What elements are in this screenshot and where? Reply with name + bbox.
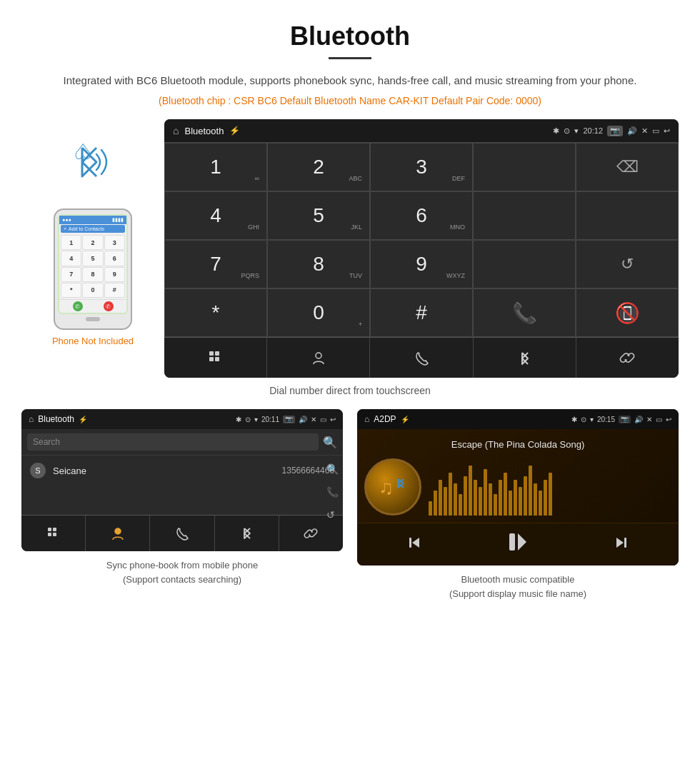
phone-contact-row: + Add to Contacts: [61, 225, 125, 233]
pb-back-icon[interactable]: ↩: [330, 416, 336, 423]
ms-prev-button[interactable]: [406, 534, 423, 556]
pb-win-icon[interactable]: ▭: [320, 416, 326, 423]
phone-key-star[interactable]: *: [61, 283, 81, 298]
back-icon[interactable]: ↩: [664, 126, 670, 136]
visualizer-bar: [484, 469, 487, 516]
dial-backspace-button[interactable]: ⌫: [576, 143, 679, 191]
pb-home-icon[interactable]: ⌂: [29, 414, 34, 424]
phone-end-button[interactable]: ✆: [104, 301, 114, 311]
ms-next-button[interactable]: [613, 534, 630, 556]
dial-key-8[interactable]: 8 TUV: [267, 240, 370, 288]
volume-icon[interactable]: 🔊: [627, 126, 637, 136]
ms-usb-icon: ⚡: [401, 416, 409, 423]
phone-key-5[interactable]: 5: [82, 251, 103, 266]
svg-point-4: [316, 353, 321, 358]
pb-time: 20:11: [261, 416, 279, 423]
pb-toolbar-phone[interactable]: [150, 516, 214, 551]
toolbar-link-button[interactable]: [576, 338, 679, 378]
ms-win-icon[interactable]: ▭: [656, 416, 662, 423]
visualizer-bar: [489, 483, 492, 516]
dial-call-button[interactable]: 📞: [473, 288, 576, 337]
visualizer-bar: [504, 473, 507, 516]
music-screen: ⌂ A2DP ⚡ ✱ ⊙ ▾ 20:15 📷 🔊 ✕ ▭ ↩ E: [357, 409, 679, 566]
pb-search-icon[interactable]: 🔍: [323, 436, 337, 449]
ms-home-icon[interactable]: ⌂: [364, 414, 369, 424]
visualizer-bar: [514, 480, 517, 516]
music-caption: Bluetooth music compatible (Support disp…: [357, 573, 679, 600]
ms-back-icon[interactable]: ↩: [666, 416, 671, 423]
window-icon[interactable]: ▭: [652, 126, 659, 136]
visualizer-bar: [494, 494, 497, 516]
phone-call-button[interactable]: ✆: [73, 301, 83, 311]
pb-usb-icon: ⚡: [79, 416, 87, 423]
phone-key-2[interactable]: 2: [82, 235, 103, 250]
svg-rect-1: [215, 351, 219, 356]
pb-search-box[interactable]: Search: [27, 433, 319, 451]
dial-key-5[interactable]: 5 JKL: [267, 191, 370, 240]
phone-status-right: ▮▮▮▮: [112, 217, 124, 223]
dial-key-3[interactable]: 3 DEF: [370, 143, 473, 191]
dial-key-2[interactable]: 2 ABC: [267, 143, 370, 191]
ms-album-art: ♫: [364, 458, 421, 516]
phone-key-8[interactable]: 8: [82, 267, 103, 282]
toolbar-contacts-button[interactable]: [267, 338, 370, 378]
visualizer-bar: [499, 480, 502, 516]
ms-vol-icon[interactable]: 🔊: [634, 416, 643, 423]
pb-toolbar: [21, 515, 343, 551]
toolbar-bluetooth-button[interactable]: [474, 338, 576, 378]
pb-vol-icon[interactable]: 🔊: [299, 416, 307, 423]
pb-cam-icon[interactable]: 📷: [283, 416, 295, 423]
svg-marker-14: [518, 533, 526, 551]
svg-rect-7: [48, 533, 51, 536]
pb-side-refresh-icon[interactable]: ↺: [326, 509, 339, 521]
phone-home-button[interactable]: [86, 317, 100, 321]
dial-refresh-button[interactable]: ↺: [576, 240, 679, 288]
camera-icon[interactable]: 📷: [607, 126, 623, 136]
toolbar-apps-button[interactable]: [164, 338, 267, 378]
toolbar-phone-button[interactable]: [370, 338, 473, 378]
dial-key-star[interactable]: *: [164, 288, 267, 337]
pb-toolbar-link[interactable]: [279, 516, 343, 551]
main-content-area: ♤ ●●● ▮▮▮▮: [0, 119, 700, 378]
pb-x-icon[interactable]: ✕: [311, 416, 316, 423]
dial-key-1[interactable]: 1 ∞: [164, 143, 267, 191]
phone-key-hash[interactable]: #: [104, 283, 125, 298]
pb-side-search-icon[interactable]: 🔍: [326, 463, 339, 475]
phone-key-4[interactable]: 4: [61, 251, 81, 266]
dial-key-7[interactable]: 7 PQRS: [164, 240, 267, 288]
dial-key-9[interactable]: 9 WXYZ: [370, 240, 473, 288]
phone-illustration-area: ♤ ●●● ▮▮▮▮: [21, 119, 164, 346]
dial-key-4[interactable]: 4 GHI: [164, 191, 267, 240]
phone-key-1[interactable]: 1: [61, 235, 81, 250]
ms-x-icon[interactable]: ✕: [646, 416, 652, 423]
pb-contact-row[interactable]: S Seicane 13566664466: [21, 455, 343, 486]
pb-toolbar-contacts[interactable]: [86, 516, 150, 551]
visualizer-bar: [539, 491, 542, 516]
pb-toolbar-bluetooth[interactable]: [215, 516, 279, 551]
dial-key-hash[interactable]: #: [370, 288, 473, 337]
phone-key-0[interactable]: 0: [82, 283, 103, 298]
phone-screen: ●●● ▮▮▮▮ + Add to Contacts 1 2 3 4 5 6: [58, 214, 128, 314]
phonebook-screen: ⌂ Bluetooth ⚡ ✱ ⊙ ▾ 20:11 📷 🔊 ✕ ▭ ↩: [21, 409, 343, 551]
pb-side-call-icon[interactable]: 📞: [326, 486, 339, 498]
svg-text:♫: ♫: [379, 476, 394, 498]
phone-key-6[interactable]: 6: [104, 251, 125, 266]
pb-search-row: Search 🔍: [21, 429, 343, 455]
phone-key-9[interactable]: 9: [104, 267, 125, 282]
phone-key-3[interactable]: 3: [104, 235, 125, 250]
pb-toolbar-apps[interactable]: [21, 516, 86, 551]
ms-controls: [357, 523, 679, 566]
call-red-icon: 📵: [615, 301, 640, 325]
visualizer-bar: [434, 491, 437, 516]
dial-key-0[interactable]: 0 +: [267, 288, 370, 337]
close-icon[interactable]: ✕: [641, 126, 648, 136]
ms-play-button[interactable]: [506, 531, 529, 558]
dial-end-button[interactable]: 📵: [576, 288, 679, 337]
home-icon[interactable]: ⌂: [173, 125, 179, 136]
visualizer-bar: [439, 480, 442, 516]
phone-screen-inner: ●●● ▮▮▮▮ + Add to Contacts 1 2 3 4 5 6: [59, 216, 126, 313]
dial-key-6[interactable]: 6 MNO: [370, 191, 473, 240]
ms-cam-icon[interactable]: 📷: [619, 416, 631, 423]
ms-time: 20:15: [597, 416, 615, 423]
phone-key-7[interactable]: 7: [61, 267, 81, 282]
